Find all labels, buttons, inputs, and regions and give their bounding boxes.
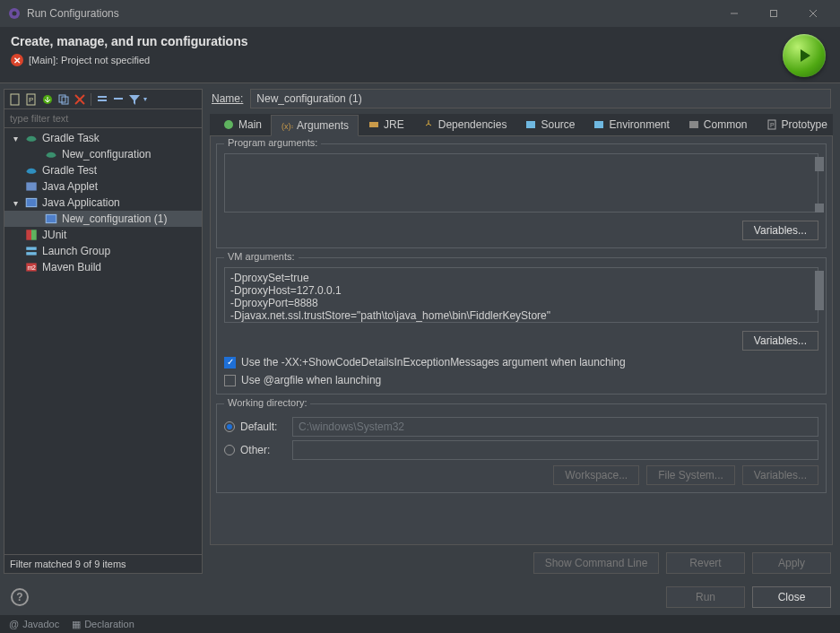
new-config-icon[interactable] <box>8 92 22 107</box>
tab-arguments[interactable]: (x)=Arguments <box>271 115 359 136</box>
group-program-arguments: Program arguments: Variables... <box>216 143 827 248</box>
run-button[interactable]: Run <box>666 586 745 608</box>
left-toolbar: P ▾ <box>4 90 202 109</box>
filesystem-button[interactable]: File System... <box>646 465 735 485</box>
tree-item-new-config-gradle[interactable]: New_configuration <box>4 146 202 162</box>
vm-args-variables-button[interactable]: Variables... <box>742 331 818 351</box>
maximize-button[interactable] <box>754 0 793 27</box>
program-args-variables-button[interactable]: Variables... <box>742 221 818 240</box>
svg-rect-15 <box>98 96 107 98</box>
chevron-down-icon[interactable]: ▾ <box>10 134 21 143</box>
help-icon[interactable]: ? <box>11 588 29 606</box>
svg-text:m2: m2 <box>27 264 36 271</box>
program-args-input[interactable] <box>224 153 818 212</box>
delete-icon[interactable] <box>73 92 87 107</box>
gradle-icon <box>44 148 58 160</box>
svg-rect-23 <box>31 230 37 239</box>
gradle-icon <box>24 132 39 144</box>
status-javadoc[interactable]: @ Javadoc <box>9 619 59 629</box>
export-icon[interactable] <box>40 92 55 107</box>
status-declaration[interactable]: ▦ Declaration <box>72 619 134 630</box>
expand-all-icon[interactable] <box>95 92 109 107</box>
minimize-button[interactable] <box>714 0 754 27</box>
apply-button[interactable]: Apply <box>752 552 831 574</box>
tree-item-launch-group[interactable]: Launch Group <box>4 243 202 259</box>
scrollbar-thumb[interactable] <box>815 271 824 310</box>
tab-bar: Main (x)=Arguments JRE Dependencies Sour… <box>210 114 833 136</box>
radio-default-label: Default: <box>240 421 287 433</box>
tab-jre[interactable]: JRE <box>359 115 413 134</box>
scrollbar-thumb[interactable] <box>815 204 824 212</box>
vm-args-label: VM arguments: <box>224 251 299 262</box>
checkbox-argfile[interactable] <box>224 375 236 386</box>
tree-item-maven-build[interactable]: m2 Maven Build <box>4 259 202 275</box>
tree-item-new-config-1[interactable]: New_configuration (1) <box>4 211 202 227</box>
main-tab-icon <box>222 118 235 131</box>
new-prototype-icon[interactable]: P <box>24 92 39 107</box>
tab-common[interactable]: Common <box>679 115 757 134</box>
tree-item-java-applet[interactable]: Java Applet <box>4 178 202 195</box>
svg-text:P: P <box>770 122 775 128</box>
tree-item-junit[interactable]: JUnit <box>4 227 202 243</box>
revert-button[interactable]: Revert <box>666 552 745 574</box>
launch-group-icon <box>24 245 39 257</box>
java-app-icon <box>24 196 39 209</box>
vm-args-input[interactable] <box>224 267 818 323</box>
junit-icon <box>24 229 39 241</box>
svg-rect-22 <box>26 230 31 239</box>
workspace-button[interactable]: Workspace... <box>553 465 639 485</box>
tab-dependencies[interactable]: Dependencies <box>413 115 516 134</box>
close-button[interactable] <box>793 0 833 27</box>
tree-item-gradle-task[interactable]: ▾ Gradle Task <box>4 130 202 146</box>
scrollbar-thumb[interactable] <box>815 157 824 171</box>
svg-rect-31 <box>526 121 535 128</box>
tab-source[interactable]: Source <box>515 115 584 134</box>
tab-environment[interactable]: Environment <box>584 115 678 134</box>
name-label: Name: <box>212 92 243 105</box>
gradle-test-icon <box>24 164 39 177</box>
svg-rect-3 <box>771 11 777 17</box>
checkbox-xx-label: Use the -XX:+ShowCodeDetailsInExceptionM… <box>241 356 626 369</box>
source-tab-icon <box>524 118 537 131</box>
applet-icon <box>24 180 39 193</box>
svg-text:(x)=: (x)= <box>281 122 293 131</box>
svg-marker-6 <box>801 49 810 62</box>
svg-rect-21 <box>46 214 56 222</box>
jre-tab-icon <box>368 118 380 131</box>
error-message: [Main]: Project not specified <box>29 55 150 65</box>
svg-rect-7 <box>11 94 19 105</box>
tree-filter-input[interactable] <box>4 109 202 128</box>
prototype-tab-icon: P <box>766 118 778 131</box>
tab-prototype[interactable]: PPrototype <box>757 115 836 134</box>
program-args-label: Program arguments: <box>224 137 321 148</box>
tree-item-java-application[interactable]: ▾ Java Application <box>4 195 202 211</box>
show-command-line-button[interactable]: Show Command Line <box>533 552 659 574</box>
group-working-directory: Working directory: Default: Other: Works… <box>216 403 827 493</box>
radio-default[interactable] <box>224 421 235 432</box>
svg-rect-24 <box>26 247 36 249</box>
svg-rect-32 <box>594 121 603 128</box>
checkbox-xx-showcodedetails[interactable] <box>224 357 236 369</box>
dependencies-tab-icon <box>422 118 435 131</box>
working-dir-variables-button[interactable]: Variables... <box>742 465 818 485</box>
filter-status: Filter matched 9 of 9 items <box>4 554 202 573</box>
other-dir-field[interactable] <box>292 440 818 460</box>
filter-icon[interactable] <box>127 92 142 107</box>
radio-other-label: Other: <box>240 444 287 456</box>
radio-other[interactable] <box>224 445 235 455</box>
javadoc-icon: @ <box>9 619 19 629</box>
duplicate-icon[interactable] <box>56 92 71 107</box>
tab-main[interactable]: Main <box>213 115 271 134</box>
run-icon <box>783 34 826 77</box>
tree-item-gradle-test[interactable]: Gradle Test <box>4 162 202 178</box>
declaration-icon: ▦ <box>72 619 81 630</box>
chevron-down-icon[interactable]: ▾ <box>10 198 21 208</box>
arguments-tab-icon: (x)= <box>281 119 293 132</box>
name-input[interactable] <box>250 89 831 108</box>
environment-tab-icon <box>593 118 605 131</box>
filter-dropdown-icon[interactable]: ▾ <box>143 95 147 103</box>
collapse-all-icon[interactable] <box>111 92 126 107</box>
close-dialog-button[interactable]: Close <box>752 586 831 608</box>
svg-point-1 <box>13 12 17 16</box>
svg-rect-25 <box>26 252 36 255</box>
